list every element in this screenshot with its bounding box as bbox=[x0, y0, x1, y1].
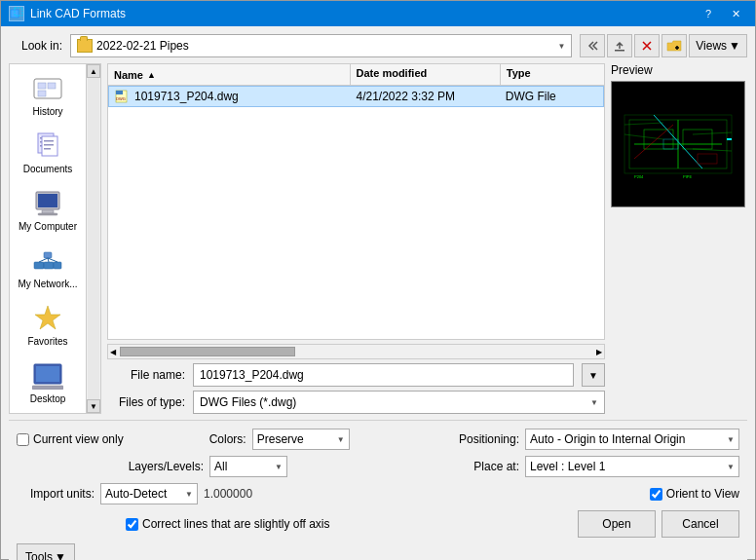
up-button[interactable] bbox=[607, 34, 632, 57]
svg-line-25 bbox=[48, 258, 57, 262]
positioning-label: Positioning: bbox=[441, 432, 519, 446]
place-at-combo[interactable]: Level : Level 1 ▼ bbox=[525, 456, 739, 477]
scroll-up-button[interactable]: ▲ bbox=[87, 64, 100, 78]
place-at-value: Level : Level 1 bbox=[530, 460, 605, 473]
sidebar-scrollbar[interactable]: ▲ ▼ bbox=[86, 63, 101, 414]
col-header-type[interactable]: Type bbox=[501, 64, 604, 85]
options-row-2: Layers/Levels: All ▼ Place at: Level : L… bbox=[17, 456, 739, 477]
look-in-combo-inner: 2022-02-21 Pipes bbox=[77, 39, 189, 53]
title-controls: ? ✕ bbox=[697, 5, 747, 22]
sidebar-computer-label: My Computer bbox=[19, 221, 77, 232]
table-row[interactable]: DWG 1019713_P204.dwg 4/21/2022 3:32 PM D… bbox=[108, 86, 604, 107]
correct-lines-checkbox[interactable] bbox=[126, 518, 138, 531]
colors-combo[interactable]: Preserve ▼ bbox=[252, 429, 350, 450]
tools-button[interactable]: Tools ▼ bbox=[17, 543, 75, 560]
close-button[interactable]: ✕ bbox=[724, 5, 747, 22]
app-icon bbox=[9, 6, 24, 21]
open-button[interactable]: Open bbox=[578, 510, 656, 538]
views-button[interactable]: Views ▼ bbox=[689, 34, 747, 57]
svg-text:DWG: DWG bbox=[116, 96, 126, 101]
look-in-label: Look in: bbox=[9, 39, 62, 53]
import-multiplier: 1.000000 bbox=[204, 487, 262, 501]
look-in-combo[interactable]: 2022-02-21 Pipes ▼ bbox=[70, 34, 572, 57]
my-computer-icon bbox=[32, 188, 63, 219]
cancel-button[interactable]: Cancel bbox=[662, 510, 739, 538]
tools-arrow: ▼ bbox=[55, 550, 66, 560]
positioning-group: Positioning: Auto - Origin to Internal O… bbox=[441, 429, 739, 450]
filename-dropdown-button[interactable]: ▼ bbox=[582, 363, 605, 387]
tools-row: Tools ▼ bbox=[17, 543, 739, 560]
svg-text:P204: P204 bbox=[634, 174, 644, 179]
layers-value: All bbox=[214, 460, 227, 473]
filetype-combo[interactable]: DWG Files (*.dwg) ▼ bbox=[193, 391, 605, 414]
sidebar-item-my-computer[interactable]: My Computer bbox=[13, 183, 83, 237]
colors-value: Preserve bbox=[257, 432, 304, 446]
sidebar-item-history[interactable]: History bbox=[13, 68, 83, 122]
import-units-arrow: ▼ bbox=[185, 490, 193, 499]
col-header-date[interactable]: Date modified bbox=[351, 64, 501, 85]
import-units-combo[interactable]: Auto-Detect ▼ bbox=[100, 483, 198, 504]
file-type-cell: DWG File bbox=[500, 88, 603, 105]
import-units-group: Import units: Auto-Detect ▼ 1.000000 bbox=[17, 483, 262, 504]
desktop-icon bbox=[32, 360, 63, 392]
place-at-label: Place at: bbox=[441, 460, 519, 473]
file-section: Name ▲ Date modified Type bbox=[107, 63, 605, 414]
title-bar-left: Link CAD Formats bbox=[9, 6, 126, 21]
place-at-arrow: ▼ bbox=[727, 463, 735, 471]
scroll-left-button[interactable]: ◀ bbox=[108, 348, 118, 356]
correct-lines-label: Correct lines that are slightly off axis bbox=[142, 517, 330, 531]
svg-text:PIPE: PIPE bbox=[683, 174, 692, 179]
scrollbar-thumb[interactable] bbox=[120, 347, 295, 356]
horizontal-scrollbar[interactable]: ◀ ▶ bbox=[107, 344, 605, 359]
sidebar-documents-label: Documents bbox=[23, 164, 73, 174]
svg-rect-18 bbox=[38, 213, 57, 215]
scroll-down-button[interactable]: ▼ bbox=[87, 399, 100, 413]
col-header-name[interactable]: Name ▲ bbox=[108, 64, 351, 85]
colors-label: Colors: bbox=[169, 432, 246, 446]
orient-to-view-label: Orient to View bbox=[666, 487, 739, 501]
positioning-combo[interactable]: Auto - Origin to Internal Origin ▼ bbox=[525, 429, 739, 450]
current-view-only-group: Current view only bbox=[17, 432, 124, 446]
layers-group: Layers/Levels: All ▼ bbox=[126, 456, 287, 477]
file-list-header: Name ▲ Date modified Type bbox=[108, 64, 604, 86]
scroll-right-button[interactable]: ▶ bbox=[594, 348, 604, 356]
layers-combo[interactable]: All ▼ bbox=[209, 456, 287, 477]
new-folder-button[interactable] bbox=[662, 34, 687, 57]
filetype-value: DWG Files (*.dwg) bbox=[200, 395, 296, 409]
sidebar-item-favorites[interactable]: Favorites bbox=[13, 298, 83, 352]
file-area-wrapper: Name ▲ Date modified Type bbox=[107, 63, 747, 414]
options-row-1: Current view only Colors: Preserve ▼ Pos… bbox=[17, 429, 739, 450]
delete-button[interactable] bbox=[634, 34, 660, 57]
content-area: Look in: 2022-02-21 Pipes ▼ bbox=[1, 26, 755, 560]
sidebar-item-desktop[interactable]: Desktop bbox=[13, 355, 83, 409]
current-view-only-checkbox[interactable] bbox=[17, 433, 29, 446]
filename-row: File name: ▼ bbox=[107, 363, 605, 387]
layers-arrow: ▼ bbox=[275, 463, 283, 471]
place-at-group: Place at: Level : Level 1 ▼ bbox=[441, 456, 739, 477]
filename-input[interactable] bbox=[193, 363, 574, 387]
preview-label: Preview bbox=[611, 63, 747, 77]
sidebar-network-label: My Network... bbox=[18, 279, 77, 289]
svg-rect-17 bbox=[42, 210, 54, 213]
svg-rect-14 bbox=[44, 148, 51, 150]
look-in-row: Look in: 2022-02-21 Pipes ▼ bbox=[9, 34, 747, 57]
action-buttons: Open Cancel bbox=[578, 510, 739, 538]
folder-icon bbox=[77, 39, 93, 53]
layers-label: Layers/Levels: bbox=[126, 460, 204, 473]
help-button[interactable]: ? bbox=[697, 5, 720, 22]
sidebar-item-documents[interactable]: Documents bbox=[13, 126, 83, 179]
positioning-arrow: ▼ bbox=[727, 435, 735, 444]
svg-rect-19 bbox=[34, 262, 44, 269]
favorites-icon bbox=[32, 303, 63, 334]
look-in-value: 2022-02-21 Pipes bbox=[96, 39, 189, 53]
sort-arrow: ▲ bbox=[147, 70, 156, 80]
back-button[interactable] bbox=[580, 34, 605, 57]
import-units-value: Auto-Detect bbox=[105, 487, 167, 501]
orient-to-view-checkbox[interactable] bbox=[650, 488, 662, 501]
title-bar: Link CAD Formats ? ✕ bbox=[1, 1, 755, 26]
svg-marker-26 bbox=[35, 306, 60, 329]
import-units-label: Import units: bbox=[17, 487, 94, 501]
sidebar-item-network[interactable]: My Network... bbox=[13, 241, 83, 294]
dwg-file-icon: DWG bbox=[115, 90, 131, 103]
sidebar-history-label: History bbox=[32, 106, 62, 117]
